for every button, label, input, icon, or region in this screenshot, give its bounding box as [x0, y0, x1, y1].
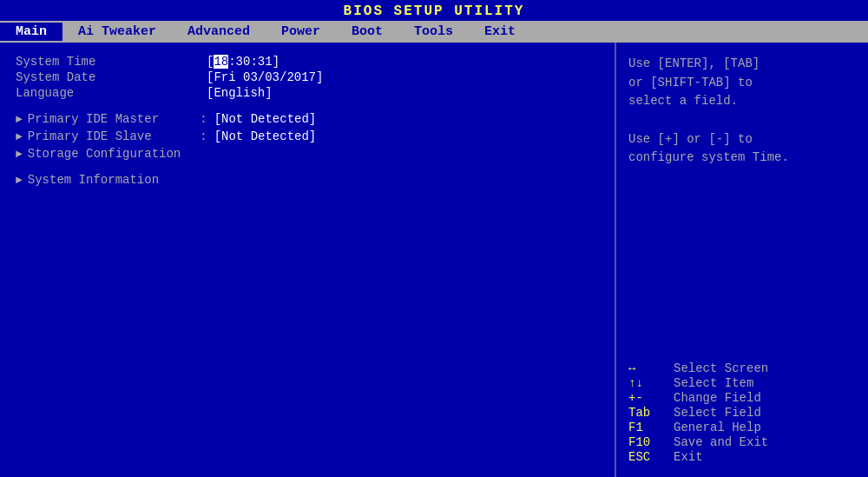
help-line-4: Use [+] or [-] to: [628, 130, 856, 149]
key-plusminus: +-: [628, 391, 674, 405]
key-desc-help: General Help: [674, 421, 761, 434]
system-date-value[interactable]: [Fri 03/03/2017]: [207, 70, 323, 84]
key-updown: ↑↓: [628, 376, 674, 390]
help-text: Use [ENTER], [TAB] or [SHIFT-TAB] to sel…: [628, 55, 856, 168]
primary-ide-master-item[interactable]: ► Primary IDE Master : [Not Detected]: [16, 112, 599, 126]
key-desc-field: Change Field: [674, 391, 761, 405]
language-value[interactable]: [English]: [207, 86, 273, 100]
key-leftright: ↔: [628, 361, 674, 375]
key-help: ↔ Select Screen ↑↓ Select Item +- Change…: [628, 361, 856, 465]
spacer: [628, 176, 856, 361]
bios-title: BIOS SETUP UTILITY: [0, 0, 868, 21]
ide-master-colon: :: [193, 112, 207, 126]
arrow-icon-sysinfo: ►: [16, 174, 23, 187]
menu-item-exit[interactable]: Exit: [469, 23, 531, 41]
key-row-f1: F1 General Help: [628, 421, 856, 434]
key-f10: F10: [628, 435, 674, 449]
right-panel: Use [ENTER], [TAB] or [SHIFT-TAB] to sel…: [616, 43, 868, 477]
menu-item-advanced[interactable]: Advanced: [172, 23, 266, 41]
system-time-value[interactable]: [18:30:31]: [207, 55, 279, 69]
menu-item-boot[interactable]: Boot: [336, 23, 398, 41]
key-desc-item: Select Item: [674, 376, 753, 390]
menu-item-main[interactable]: Main: [0, 23, 62, 41]
arrow-icon-ide-master: ►: [16, 113, 23, 126]
menu-item-aitweaker[interactable]: Ai Tweaker: [62, 23, 172, 41]
key-desc-exit: Exit: [674, 450, 703, 464]
system-date-row: System Date [Fri 03/03/2017]: [16, 70, 599, 84]
system-time-label: System Time: [16, 55, 207, 69]
menu-item-power[interactable]: Power: [266, 23, 336, 41]
bios-screen: BIOS SETUP UTILITY Main Ai Tweaker Advan…: [0, 0, 868, 477]
key-row-updown: ↑↓ Select Item: [628, 376, 856, 390]
help-line-2: or [SHIFT-TAB] to: [628, 74, 856, 93]
language-row: Language [English]: [16, 86, 599, 100]
help-line-3: select a field.: [628, 92, 856, 111]
primary-ide-slave-item[interactable]: ► Primary IDE Slave : [Not Detected]: [16, 129, 599, 143]
primary-ide-master-value: [Not Detected]: [214, 112, 317, 126]
key-f1: F1: [628, 421, 674, 434]
key-tab: Tab: [628, 406, 674, 420]
key-esc: ESC: [628, 450, 674, 464]
system-time-hour[interactable]: 18: [214, 55, 228, 69]
key-row-esc: ESC Exit: [628, 450, 856, 464]
system-date-label: System Date: [16, 70, 207, 84]
system-info-item[interactable]: ► System Information: [16, 173, 599, 187]
primary-ide-slave-value: [Not Detected]: [214, 129, 317, 143]
system-time-row: System Time [18:30:31]: [16, 55, 599, 69]
primary-ide-master-label: Primary IDE Master: [28, 112, 193, 126]
help-line-5: configure system Time.: [628, 149, 856, 168]
left-panel: System Time [18:30:31] System Date [Fri …: [0, 43, 616, 477]
language-label: Language: [16, 86, 207, 100]
menu-item-tools[interactable]: Tools: [398, 23, 469, 41]
help-line-1: Use [ENTER], [TAB]: [628, 55, 856, 74]
key-row-f10: F10 Save and Exit: [628, 435, 856, 449]
system-info-label: System Information: [28, 173, 193, 187]
key-row-plusminus: +- Change Field: [628, 391, 856, 405]
key-row-arrows: ↔ Select Screen: [628, 361, 856, 375]
content-area: System Time [18:30:31] System Date [Fri …: [0, 43, 868, 477]
primary-ide-slave-label: Primary IDE Slave: [28, 129, 193, 143]
storage-config-label: Storage Configuration: [28, 147, 193, 161]
key-desc-select-field: Select Field: [674, 406, 761, 420]
ide-slave-colon: :: [193, 129, 207, 143]
key-row-tab: Tab Select Field: [628, 406, 856, 420]
arrow-icon-storage: ►: [16, 148, 23, 161]
key-desc-save: Save and Exit: [674, 435, 768, 449]
menu-bar[interactable]: Main Ai Tweaker Advanced Power Boot Tool…: [0, 21, 868, 43]
storage-config-item[interactable]: ► Storage Configuration: [16, 147, 599, 161]
key-desc-screen: Select Screen: [674, 361, 768, 375]
arrow-icon-ide-slave: ►: [16, 130, 23, 143]
